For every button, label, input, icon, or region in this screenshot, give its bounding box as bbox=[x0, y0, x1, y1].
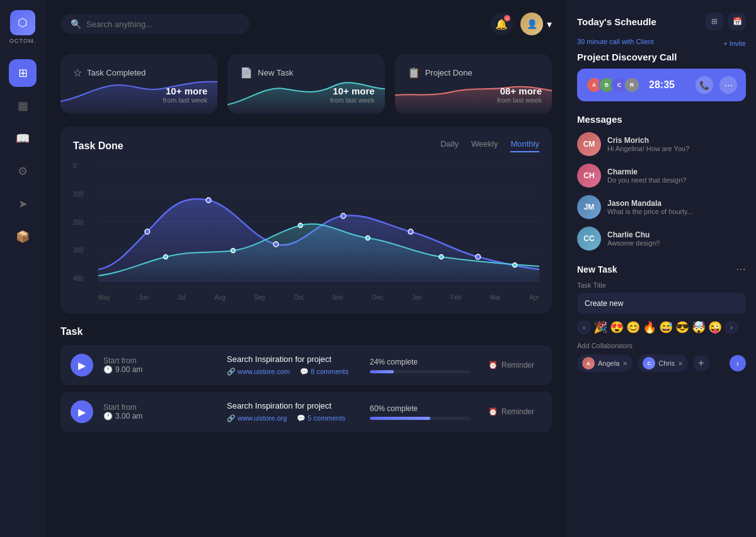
task-comments-2: 💬 5 comments bbox=[297, 414, 345, 422]
task-meta-2: 🔗 www.uistore.org 💬 5 comments bbox=[227, 414, 360, 422]
emoji-7[interactable]: 🤯 bbox=[692, 320, 706, 334]
sidebar-item-settings[interactable]: ⚙ bbox=[9, 157, 37, 185]
event-title: Project Discovery Call bbox=[577, 52, 746, 62]
call-avatar-4: R bbox=[624, 77, 640, 93]
svg-point-16 bbox=[513, 263, 517, 268]
task-start-label-2: Start from bbox=[103, 403, 217, 412]
calendar-button[interactable]: 📅 bbox=[728, 13, 746, 30]
schedule-sub: 30 minute call with Client bbox=[577, 38, 654, 45]
collab-avatar-angela: A bbox=[582, 357, 595, 370]
stat-sub-3: from last week bbox=[497, 96, 542, 104]
message-item-4[interactable]: CC Charlie Chu Awsome design!! bbox=[577, 227, 746, 251]
messages-title: Messages bbox=[577, 114, 622, 125]
emoji-5[interactable]: 😅 bbox=[659, 320, 673, 334]
sidebar-item-send[interactable]: ➤ bbox=[9, 190, 37, 218]
add-collaborator-button[interactable]: + bbox=[693, 355, 709, 371]
task-title-input[interactable] bbox=[577, 293, 746, 314]
msg-text-4: Awsome design!! bbox=[607, 239, 746, 247]
svg-point-12 bbox=[231, 249, 235, 253]
emoji-4[interactable]: 🔥 bbox=[643, 320, 656, 334]
notification-button[interactable]: 🔔 1 bbox=[490, 13, 513, 35]
emoji-8[interactable]: 😜 bbox=[708, 320, 722, 334]
call-phone-button[interactable]: 📞 bbox=[696, 76, 713, 94]
tab-daily[interactable]: Daily bbox=[440, 139, 459, 152]
msg-info-1: Cris Morich Hi Angelina! How are You? bbox=[607, 136, 746, 152]
task-section: Task ▶ Start from 🕐 9.00 am Search Inspi… bbox=[60, 326, 552, 432]
svg-point-7 bbox=[273, 242, 278, 247]
remove-collab-angela[interactable]: ✕ bbox=[622, 360, 627, 367]
svg-point-10 bbox=[476, 254, 481, 259]
play-button-1[interactable]: ▶ bbox=[71, 354, 93, 376]
collab-avatar-chris: C bbox=[643, 357, 655, 370]
task-section-title: Task bbox=[60, 326, 552, 337]
task-comments-1: 💬 8 comments bbox=[300, 368, 348, 376]
search-input[interactable] bbox=[86, 20, 239, 29]
task-start-label-1: Start from bbox=[103, 356, 217, 365]
progress-label-1: 24% complete bbox=[370, 358, 471, 366]
reminder-button-2[interactable]: ⏰ Reminder bbox=[481, 404, 542, 420]
more-options-button[interactable]: ⋯ bbox=[736, 263, 746, 275]
task-name-area-2: Search Inspiration for project 🔗 www.uis… bbox=[227, 401, 360, 422]
tab-monthly[interactable]: Monthly bbox=[510, 139, 539, 152]
msg-name-2: Charmie bbox=[607, 167, 746, 176]
chevron-down-icon: ▾ bbox=[547, 18, 552, 30]
play-button-2[interactable]: ▶ bbox=[71, 400, 93, 423]
emoji-3[interactable]: 😊 bbox=[626, 320, 640, 334]
emoji-6[interactable]: 😎 bbox=[675, 320, 689, 334]
emoji-next-button[interactable]: › bbox=[724, 320, 738, 334]
stat-bottom-2: 10+ more from last week bbox=[330, 86, 375, 104]
msg-text-2: Do you need that design? bbox=[607, 176, 746, 184]
invite-link[interactable]: + Invite bbox=[723, 40, 746, 47]
message-item-1[interactable]: CM Cris Morich Hi Angelina! How are You? bbox=[577, 132, 746, 156]
msg-info-3: Jason Mandala What is the price of hourl… bbox=[607, 199, 746, 215]
message-item-2[interactable]: CH Charmie Do you need that design? bbox=[577, 164, 746, 188]
chart-area: 400 300 200 100 0 bbox=[73, 162, 539, 301]
chart-header: Task Done Daily Weekly Monthly bbox=[73, 139, 539, 152]
msg-avatar-4: CC bbox=[577, 227, 601, 251]
progress-bar-1 bbox=[370, 370, 471, 373]
sidebar-item-layout[interactable]: ▦ bbox=[9, 92, 37, 120]
emoji-1[interactable]: 🎉 bbox=[593, 320, 607, 334]
message-item-3[interactable]: JM Jason Mandala What is the price of ho… bbox=[577, 195, 746, 219]
task-link-2[interactable]: 🔗 www.uistore.org bbox=[227, 414, 287, 422]
stat-cards: ☆ Task Completed 10+ more from last week bbox=[60, 54, 552, 114]
emoji-prev-button[interactable]: ‹ bbox=[577, 320, 591, 334]
collab-label: Add Collaborators bbox=[577, 342, 746, 349]
task-info-2: Start from 🕐 3.00 am bbox=[103, 403, 217, 421]
sidebar-item-box[interactable]: 📦 bbox=[9, 223, 37, 251]
progress-section-1: 24% complete bbox=[370, 358, 471, 373]
reminder-button-1[interactable]: ⏰ Reminder bbox=[481, 357, 542, 373]
svg-point-14 bbox=[365, 236, 370, 240]
call-timer: 28:35 bbox=[649, 79, 689, 91]
stat-bottom-1: 10+ more from last week bbox=[163, 86, 207, 104]
task-name-text-2: Search Inspiration for project bbox=[227, 401, 360, 410]
sidebar: ⬡ OCTOM. ⊞ ▦ 📖 ⚙ ➤ 📦 bbox=[0, 0, 45, 537]
sidebar-item-dashboard[interactable]: ⊞ bbox=[9, 59, 37, 87]
notification-badge: 1 bbox=[504, 15, 510, 21]
user-avatar-button[interactable]: 👤 ▾ bbox=[520, 13, 552, 35]
task-info-1: Start from 🕐 9.00 am bbox=[103, 356, 217, 374]
svg-point-6 bbox=[206, 198, 211, 203]
x-axis: May Jun Jul Aug Sep Oct Nov Dec Jan Feb … bbox=[98, 294, 539, 301]
search-bar[interactable]: 🔍 bbox=[60, 14, 249, 34]
stat-card-project-done: 📋 Project Done 08+ more from last week bbox=[395, 54, 552, 114]
task-link-1[interactable]: 🔗 www.uistore.com bbox=[227, 368, 290, 376]
call-more-button[interactable]: ⋯ bbox=[719, 76, 737, 94]
remove-collab-chris[interactable]: ✕ bbox=[678, 360, 683, 367]
task-name-text-1: Search Inspiration for project bbox=[227, 354, 360, 364]
grid-view-button[interactable]: ⊞ bbox=[706, 13, 723, 30]
emoji-2[interactable]: 😍 bbox=[610, 320, 624, 334]
next-button[interactable]: › bbox=[730, 355, 746, 371]
progress-label-2: 60% complete bbox=[370, 404, 471, 413]
task-time-2: 🕐 3.00 am bbox=[103, 412, 217, 421]
progress-section-2: 60% complete bbox=[370, 404, 471, 420]
reminder-icon: ⏰ bbox=[488, 361, 498, 370]
sidebar-item-book[interactable]: 📖 bbox=[9, 125, 37, 152]
y-axis: 400 300 200 100 0 bbox=[73, 162, 89, 282]
logo-icon: ⬡ bbox=[10, 10, 35, 35]
tab-weekly[interactable]: Weekly bbox=[471, 139, 498, 152]
task-title-label: Task Title bbox=[577, 281, 746, 289]
logo-text: OCTOM. bbox=[9, 38, 36, 44]
chart-tabs: Daily Weekly Monthly bbox=[440, 139, 539, 152]
schedule-section: Today's Scheudle ⊞ 📅 30 minute call with… bbox=[577, 13, 746, 101]
